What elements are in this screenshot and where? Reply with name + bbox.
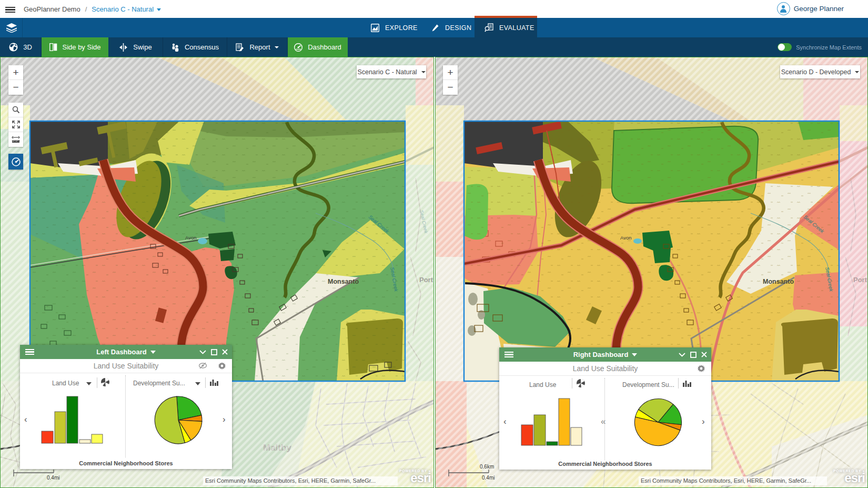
svg-text:0.4mi: 0.4mi <box>482 475 494 480</box>
svg-text:0.6km: 0.6km <box>480 464 494 470</box>
svg-text:Port: Port <box>419 276 433 284</box>
svg-text:Avon: Avon <box>620 235 631 241</box>
svg-text:Port: Port <box>853 276 867 284</box>
svg-text:0.4mi: 0.4mi <box>47 475 59 480</box>
svg-text:Monsanto: Monsanto <box>763 278 794 285</box>
svg-text:Avon: Avon <box>185 235 196 241</box>
svg-text:Monsanto: Monsanto <box>328 278 359 285</box>
